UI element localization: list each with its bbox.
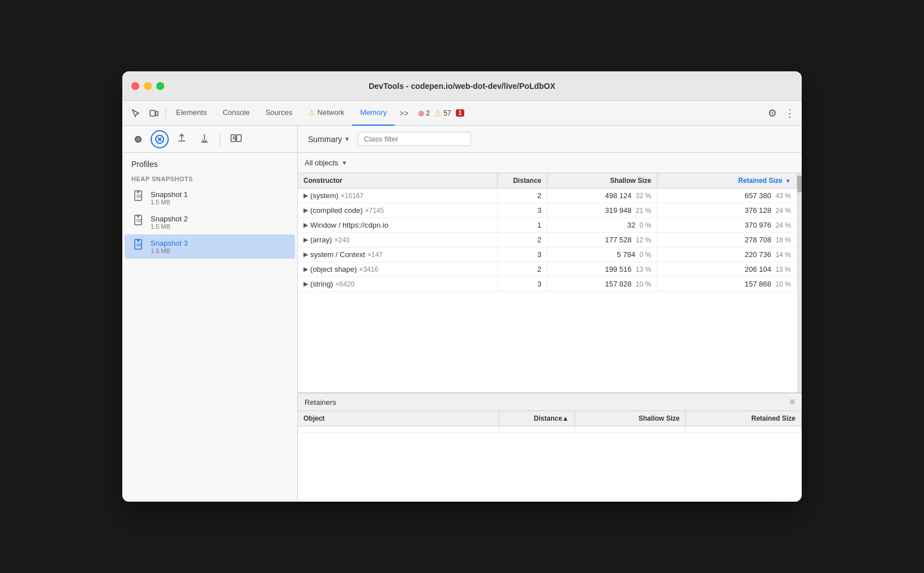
error-icon: ⊗ <box>418 109 425 118</box>
retained-size-cell: 370 976 24 % <box>657 218 797 233</box>
svg-point-3 <box>136 137 140 142</box>
tab-elements[interactable]: Elements <box>168 101 215 126</box>
ret-col-distance[interactable]: Distance▲ <box>499 411 575 426</box>
svg-rect-7 <box>231 135 236 142</box>
summary-dropdown[interactable]: Summary ▼ <box>305 132 353 146</box>
expand-button[interactable]: ▶ <box>303 266 308 273</box>
ret-object-cell <box>298 426 499 433</box>
table-row[interactable]: ▶system / Context ×14735 784 0 %220 736 … <box>298 247 797 262</box>
ret-col-object[interactable]: Object <box>298 411 499 426</box>
info-badge[interactable]: 1 <box>456 109 465 117</box>
download-icon <box>199 133 209 143</box>
class-filter-input[interactable] <box>358 132 471 146</box>
expand-button[interactable]: ▶ <box>303 251 308 258</box>
upload-button[interactable] <box>172 131 191 148</box>
shallow-size-cell: 5 784 0 % <box>547 247 657 262</box>
download-button[interactable] <box>195 131 214 148</box>
col-distance[interactable]: Distance <box>498 173 547 189</box>
distance-cell: 3 <box>498 277 547 292</box>
minimize-button[interactable] <box>144 82 152 90</box>
expand-button[interactable]: ▶ <box>303 236 308 243</box>
tab-network[interactable]: ⚠ Network <box>301 101 353 126</box>
ret-col-retained[interactable]: Retained Size <box>686 411 802 426</box>
table-row <box>298 426 802 433</box>
constructor-cell: ▶(array) ×240 <box>298 233 498 247</box>
inspect-icon-button[interactable] <box>127 105 145 121</box>
col-constructor[interactable]: Constructor <box>298 173 498 189</box>
constructor-cell: ▶system / Context ×147 <box>298 247 498 262</box>
distance-cell: 3 <box>498 247 547 262</box>
settings-area: ⚙ ⋮ <box>765 105 797 122</box>
snapshot-item-1[interactable]: Snapshot 1 1.5 MB <box>125 186 295 210</box>
snapshot-info-2: Snapshot 2 1.5 MB <box>151 215 188 230</box>
tab-console[interactable]: Console <box>215 101 258 126</box>
clear-icon <box>155 135 164 144</box>
retained-size-cell: 206 104 13 % <box>657 262 797 277</box>
snapshot-icon-3 <box>134 239 145 254</box>
info-icon: 1 <box>456 109 465 117</box>
retained-size-cell: 220 736 14 % <box>657 247 797 262</box>
snapshot-item-3[interactable]: Snapshot 3 1.5 MB <box>125 234 295 259</box>
device-toolbar-button[interactable] <box>145 105 163 121</box>
distance-cell: 1 <box>498 218 547 233</box>
expand-button[interactable]: ▶ <box>303 207 308 214</box>
expand-button[interactable]: ▶ <box>303 221 308 229</box>
tab-sources[interactable]: Sources <box>258 101 301 126</box>
more-tabs-button[interactable]: >> <box>395 105 413 121</box>
distance-cell: 3 <box>498 203 547 218</box>
scrollbar-thumb[interactable] <box>797 176 802 193</box>
table-row[interactable]: ▶(compiled code) ×71453319 948 21 %376 1… <box>298 203 797 218</box>
retainers-menu-icon[interactable]: ≡ <box>790 397 795 407</box>
panel-toolbar: Summary ▼ <box>298 126 802 153</box>
toolbar-separator <box>220 132 220 146</box>
distance-cell: 2 <box>498 189 547 203</box>
warning-badge[interactable]: ⚠ 57 <box>434 109 451 118</box>
snapshots-label: HEAP SNAPSHOTS <box>122 172 297 186</box>
col-retained-size[interactable]: Retained Size ▼ <box>657 173 797 189</box>
retainers-body <box>298 426 802 433</box>
error-badge[interactable]: ⊗ 2 <box>418 109 430 118</box>
heap-table: Constructor Distance Shallow Size Retain… <box>298 173 797 292</box>
maximize-button[interactable] <box>156 82 164 90</box>
shallow-size-cell: 177 528 12 % <box>547 233 657 247</box>
col-shallow-size[interactable]: Shallow Size <box>547 173 657 189</box>
snapshot-info-3: Snapshot 3 1.5 MB <box>151 239 188 254</box>
svg-rect-1 <box>156 112 158 116</box>
retainers-table: Object Distance▲ Shallow Size Retained S… <box>298 411 802 502</box>
main-panel: Summary ▼ All objects ▼ <box>298 126 802 502</box>
table-row[interactable]: ▶(system) ×161672498 124 32 %657 380 43 … <box>298 189 797 203</box>
expand-button[interactable]: ▶ <box>303 280 308 288</box>
expand-button[interactable]: ▶ <box>303 192 308 199</box>
retained-size-cell: 376 128 24 % <box>657 203 797 218</box>
table-row[interactable]: ▶(object shape) ×34162199 516 13 %206 10… <box>298 262 797 277</box>
table-row[interactable]: ▶(string) ×64203157 828 10 %157 868 10 % <box>298 277 797 292</box>
close-button[interactable] <box>131 82 139 90</box>
sidebar-toolbar <box>122 126 297 153</box>
window-controls <box>131 82 164 90</box>
ret-shallow-cell <box>575 426 686 433</box>
retainers-section: Retainers ≡ Object Distance▲ <box>298 392 802 502</box>
titlebar: DevTools - codepen.io/web-dot-dev/live/P… <box>122 71 802 101</box>
retained-size-cell: 157 868 10 % <box>657 277 797 292</box>
retainers-data-table: Object Distance▲ Shallow Size Retained S… <box>298 411 802 433</box>
compare-button[interactable] <box>226 131 246 148</box>
table-row[interactable]: ▶Window / https://cdpn.io132 0 %370 976 … <box>298 218 797 233</box>
record-button[interactable] <box>129 130 147 148</box>
clear-button[interactable] <box>151 130 169 148</box>
summary-caret-icon: ▼ <box>344 136 350 142</box>
all-objects-dropdown[interactable]: All objects ▼ <box>305 159 795 167</box>
devtools-window: DevTools - codepen.io/web-dot-dev/live/P… <box>122 71 802 502</box>
scrollbar-track[interactable] <box>797 173 802 392</box>
retainers-header-row: Object Distance▲ Shallow Size Retained S… <box>298 411 802 426</box>
shallow-size-cell: 157 828 10 % <box>547 277 657 292</box>
compare-icon <box>230 133 242 143</box>
tab-memory[interactable]: Memory <box>352 101 395 126</box>
table-row[interactable]: ▶(array) ×2402177 528 12 %278 708 18 % <box>298 233 797 247</box>
snapshot-item-2[interactable]: Snapshot 2 1.5 MB <box>125 210 295 234</box>
svg-rect-0 <box>150 110 155 116</box>
settings-button[interactable]: ⚙ <box>765 105 779 122</box>
more-options-button[interactable]: ⋮ <box>782 105 797 122</box>
constructor-cell: ▶(object shape) ×3416 <box>298 262 498 277</box>
distance-cell: 2 <box>498 262 547 277</box>
ret-col-shallow[interactable]: Shallow Size <box>575 411 686 426</box>
